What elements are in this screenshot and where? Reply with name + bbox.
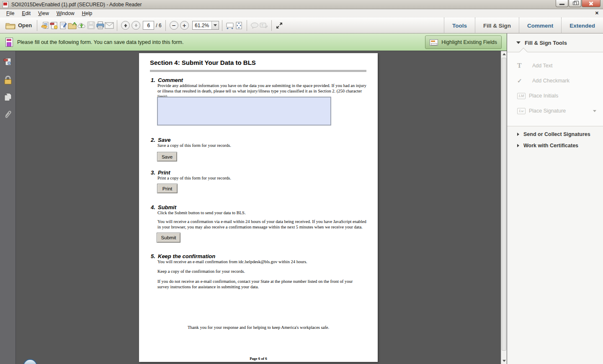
checkmark-icon: ✓ (517, 77, 527, 85)
menu-help[interactable]: Help (78, 10, 96, 17)
print-form-button[interactable]: Print (157, 184, 178, 193)
initials-icon: LM (517, 93, 526, 99)
signature-dropdown-icon[interactable] (593, 110, 596, 112)
item3-body: Print a copy of this form for your recor… (157, 175, 369, 181)
zoom-level-select[interactable]: 61.2% (192, 21, 219, 30)
title-rule (150, 70, 366, 72)
menu-window[interactable]: Window (53, 10, 78, 17)
form-document-icon (5, 38, 13, 47)
attachments-paperclip-icon[interactable] (3, 110, 13, 120)
add-text-tool[interactable]: T Add Text (507, 58, 603, 73)
item5-number: 5. (151, 253, 155, 259)
svg-text:T: T (261, 23, 263, 27)
minimize-button[interactable] (556, 0, 568, 7)
item4-heading: Submit (158, 204, 176, 210)
zoom-in-button[interactable]: + (180, 21, 189, 30)
floating-toolbar-bubble[interactable] (23, 359, 37, 364)
open-cloud-folder-icon[interactable] (68, 21, 77, 30)
section-title: Section 4: Submit Your Data to BLS (150, 59, 256, 66)
vertical-scrollbar[interactable] (501, 51, 507, 364)
place-initials-tool[interactable]: LM Place Initials (507, 88, 603, 103)
item2-heading: Save (158, 137, 170, 143)
toolbar: Open 6 / 6 − + 61.2% (0, 18, 603, 33)
fill-sign-sidebar: Fill & Sign Tools T Add Text ✓ Add Check… (507, 33, 603, 364)
item5-body3: If you do not receive an e-mail confirma… (157, 279, 364, 290)
highlight-existing-fields-button[interactable]: Highlight Existing Fields (425, 36, 502, 49)
highlight-fields-icon (430, 39, 438, 46)
zoom-dropdown-icon[interactable] (211, 21, 219, 29)
fill-sign-tools-panel: T Add Text ✓ Add Checkmark LM Place Init… (507, 52, 603, 126)
item4-number: 4. (151, 204, 155, 210)
adobe-reader-app-icon (3, 1, 8, 8)
scrollbar-thumb[interactable] (502, 58, 506, 351)
upload-cloud-icon[interactable] (77, 21, 86, 30)
work-with-certificates-section[interactable]: Work with Certificates (507, 138, 603, 149)
page-number-input[interactable]: 6 (143, 21, 154, 30)
security-lock-icon[interactable] (3, 75, 13, 85)
menu-edit[interactable]: Edit (18, 10, 34, 17)
item2-body: Save a copy of this form for your record… (157, 143, 369, 148)
pdf-page: Section 4: Submit Your Data to BLS 1. Co… (139, 53, 378, 362)
item5-heading: Keep the confirmation (158, 253, 215, 259)
fit-page-icon[interactable] (234, 21, 244, 30)
save-form-button[interactable]: Save (157, 152, 177, 161)
submit-form-button[interactable]: Submit (157, 233, 180, 243)
send-collect-signatures-section[interactable]: Send or Collect Signatures (507, 126, 603, 138)
page-footer-text: Page 6 of 6 (139, 356, 378, 361)
send-file-icon[interactable] (40, 21, 49, 30)
place-signature-tool[interactable]: Lw Place Signature (507, 103, 603, 118)
document-pane: Section 4: Submit Your Data to BLS 1. Co… (0, 51, 507, 364)
restore-button[interactable] (569, 0, 581, 7)
expand-triangle-icon (517, 144, 519, 147)
navigation-panel-strip (0, 51, 16, 364)
menu-view[interactable]: View (34, 10, 53, 17)
fit-width-icon[interactable] (225, 21, 234, 30)
expand-triangle-icon (517, 133, 519, 136)
item1-number: 1. (151, 77, 155, 83)
tab-comment[interactable]: Comment (519, 18, 561, 33)
comment-textarea[interactable] (157, 97, 331, 126)
scroll-up-button[interactable] (501, 51, 507, 57)
scroll-down-button[interactable] (501, 358, 507, 364)
fill-sign-icon[interactable] (59, 21, 68, 30)
thank-you-text: Thank you for your response and for help… (139, 325, 378, 330)
item4-body: Click the Submit button to send your dat… (157, 210, 369, 215)
save-icon (86, 21, 95, 30)
text-annotation-icon: T (259, 21, 268, 30)
add-checkmark-tool[interactable]: ✓ Add Checkmark (507, 73, 603, 88)
add-text-icon: T (517, 62, 527, 69)
item4-body2: You will receive a confirmation via e-ma… (157, 219, 369, 230)
collapse-triangle-icon (516, 41, 521, 44)
zoom-out-button[interactable]: − (170, 21, 178, 30)
page-thumbnails-icon[interactable] (3, 57, 13, 67)
highlight-fields-label: Highlight Existing Fields (441, 39, 497, 45)
tab-tools[interactable]: Tools (444, 18, 475, 33)
next-page-button[interactable] (131, 21, 140, 30)
item3-number: 3. (151, 169, 155, 176)
tab-fill-sign[interactable]: Fill & Sign (475, 18, 519, 33)
fullscreen-icon[interactable] (275, 21, 284, 30)
create-pdf-icon[interactable] (49, 21, 59, 30)
item5-body: You will receive an e-mail confirmation … (157, 259, 369, 264)
print-icon[interactable] (95, 21, 105, 30)
item5-body2: Keep a copy of the confirmation for your… (157, 269, 369, 274)
close-menubar-icon[interactable]: ✕ (595, 10, 599, 16)
tab-extended[interactable]: Extended (561, 18, 603, 33)
item3-heading: Print (158, 169, 170, 176)
email-icon[interactable] (105, 21, 114, 30)
menu-file[interactable]: File (3, 10, 18, 17)
pages-icon[interactable] (3, 92, 13, 102)
window-title: SOII2015DevEnabled (1).pdf (SECURED) - A… (11, 2, 142, 8)
open-folder-icon (5, 22, 15, 29)
close-button[interactable] (582, 0, 600, 7)
previous-page-button[interactable] (121, 21, 130, 30)
form-message-bar: Please fill out the following form. You … (0, 33, 507, 51)
item2-number: 2. (151, 137, 155, 143)
item1-heading: Comment (158, 77, 183, 83)
zoom-level-value: 61.2% (193, 21, 211, 29)
title-bar: SOII2015DevEnabled (1).pdf (SECURED) - A… (0, 0, 603, 9)
comment-bubble-icon (250, 21, 259, 30)
open-button[interactable]: Open (3, 20, 34, 31)
open-button-label: Open (18, 22, 32, 28)
menu-bar: File Edit View Window Help ✕ (0, 9, 603, 18)
